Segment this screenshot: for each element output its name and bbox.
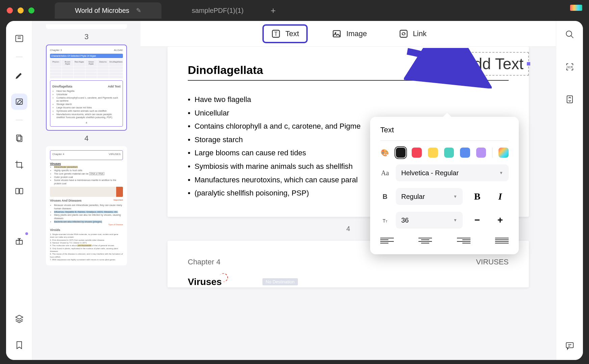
italic-button[interactable]: I bbox=[492, 188, 509, 205]
tab-active[interactable]: World of Microbes ✎ bbox=[55, 2, 161, 19]
image-tool-button[interactable]: Image bbox=[325, 26, 374, 42]
bold-button[interactable]: B bbox=[469, 188, 486, 205]
svg-rect-11 bbox=[400, 30, 407, 37]
palette-icon: 🎨 bbox=[380, 149, 390, 157]
edit-toolbar: T Text Image Link bbox=[140, 21, 556, 47]
svg-rect-3 bbox=[18, 136, 22, 141]
bookmark-tool[interactable] bbox=[11, 337, 27, 353]
crop-tool[interactable] bbox=[11, 157, 27, 173]
svg-rect-2 bbox=[16, 135, 21, 140]
layers-tool[interactable] bbox=[11, 311, 27, 327]
svg-rect-14 bbox=[567, 96, 572, 103]
text-properties-panel: Text 🎨 Aa Helvetica - Regular▼ B bbox=[370, 117, 519, 254]
text-tool-button[interactable]: T Text bbox=[262, 24, 308, 43]
add-text-placeholder[interactable]: Add Text bbox=[458, 52, 529, 76]
viruses-heading[interactable]: Viruses bbox=[188, 277, 222, 287]
ocr-icon[interactable]: OCR bbox=[564, 61, 576, 73]
thumbnail-page-5[interactable]: Chapter 4VIRUSES Viruses Intracellular p… bbox=[46, 146, 127, 265]
add-tab-button[interactable]: + bbox=[271, 5, 276, 16]
window-controls bbox=[7, 7, 34, 14]
color-custom[interactable] bbox=[498, 148, 509, 158]
chevron-down-icon: ▼ bbox=[453, 218, 457, 223]
font-icon: Aa bbox=[380, 169, 390, 177]
align-left-button[interactable] bbox=[380, 235, 394, 245]
page-tool[interactable] bbox=[11, 130, 27, 147]
edit-tool[interactable] bbox=[11, 94, 27, 110]
link-tool-button[interactable]: Link bbox=[391, 26, 434, 42]
main-view: T Text Image Link Dinoflagellata Have tw… bbox=[140, 21, 556, 360]
align-right-button[interactable] bbox=[457, 235, 470, 245]
notification-dot bbox=[25, 232, 28, 235]
panel-title: Text bbox=[380, 126, 509, 134]
chapter-label: Chapter 4 bbox=[188, 258, 221, 266]
gift-tool[interactable] bbox=[11, 233, 27, 249]
list-item[interactable]: Have two flagella bbox=[188, 93, 509, 106]
image-icon bbox=[332, 29, 341, 38]
page-label-4: 4 bbox=[43, 134, 130, 143]
thumbnail-page-4[interactable]: Chapter 3ALGAE Characteristics Of Select… bbox=[46, 45, 127, 131]
svg-text:T: T bbox=[274, 30, 278, 36]
align-justify-button[interactable] bbox=[495, 235, 509, 245]
maximize-window[interactable] bbox=[28, 7, 34, 14]
reader-tool[interactable] bbox=[11, 30, 27, 47]
color-teal[interactable] bbox=[444, 148, 454, 158]
svg-rect-15 bbox=[566, 343, 573, 348]
titlebar: World of Microbes ✎ samplePDF(1)(1) + bbox=[0, 0, 589, 21]
font-row: Aa Helvetica - Regular▼ bbox=[380, 164, 509, 181]
size-dropdown[interactable]: 36▼ bbox=[396, 212, 463, 229]
app-window: 3 Chapter 3ALGAE Characteristics Of Sele… bbox=[6, 21, 583, 360]
tab-inactive[interactable]: samplePDF(1)(1) bbox=[192, 7, 244, 15]
thumbnail-page-3[interactable] bbox=[46, 24, 127, 29]
chevron-down-icon: ▼ bbox=[499, 171, 503, 175]
minimize-window[interactable] bbox=[18, 7, 24, 14]
svg-point-12 bbox=[566, 31, 571, 36]
resize-handle-right[interactable] bbox=[527, 62, 530, 66]
text-icon: T bbox=[271, 29, 281, 38]
color-red[interactable] bbox=[412, 148, 422, 158]
search-icon[interactable] bbox=[564, 28, 576, 41]
svg-rect-5 bbox=[20, 188, 23, 194]
chevron-down-icon: ▼ bbox=[453, 194, 457, 199]
comment-icon[interactable] bbox=[564, 340, 576, 352]
increase-size-button[interactable]: + bbox=[492, 212, 509, 229]
size-row: TT 36▼ − + bbox=[380, 212, 509, 229]
align-center-button[interactable] bbox=[418, 235, 432, 245]
thumbnail-panel: 3 Chapter 3ALGAE Characteristics Of Sele… bbox=[32, 21, 140, 360]
left-sidebar bbox=[6, 21, 32, 360]
svg-text:OCR: OCR bbox=[566, 66, 572, 69]
convert-icon[interactable] bbox=[564, 93, 576, 105]
align-row bbox=[380, 235, 509, 245]
svg-rect-4 bbox=[16, 188, 19, 194]
color-row: 🎨 bbox=[380, 148, 509, 158]
no-destination-badge: No Destination bbox=[262, 278, 298, 285]
close-window[interactable] bbox=[7, 7, 13, 14]
right-sidebar: OCR bbox=[556, 21, 583, 360]
font-dropdown[interactable]: Helvetica - Regular▼ bbox=[396, 164, 509, 181]
weight-dropdown[interactable]: Regular▼ bbox=[396, 188, 463, 205]
resize-handle-left[interactable] bbox=[457, 62, 460, 66]
highlighter-tool[interactable] bbox=[11, 67, 27, 83]
bold-icon: B bbox=[380, 193, 390, 201]
weight-row: B Regular▼ B I bbox=[380, 188, 509, 205]
app-logo bbox=[570, 5, 582, 11]
decrease-size-button[interactable]: − bbox=[469, 212, 486, 229]
pencil-icon[interactable]: ✎ bbox=[136, 7, 141, 14]
color-black[interactable] bbox=[396, 148, 406, 158]
link-icon bbox=[399, 29, 408, 38]
color-yellow[interactable] bbox=[428, 148, 438, 158]
color-purple[interactable] bbox=[476, 148, 486, 158]
compare-tool[interactable] bbox=[11, 183, 27, 199]
size-icon: TT bbox=[380, 216, 390, 224]
tab-label: World of Microbes bbox=[75, 7, 129, 15]
page-label-3: 3 bbox=[43, 32, 130, 41]
color-blue[interactable] bbox=[460, 148, 470, 158]
chapter-name: VIRUSES bbox=[476, 258, 509, 266]
